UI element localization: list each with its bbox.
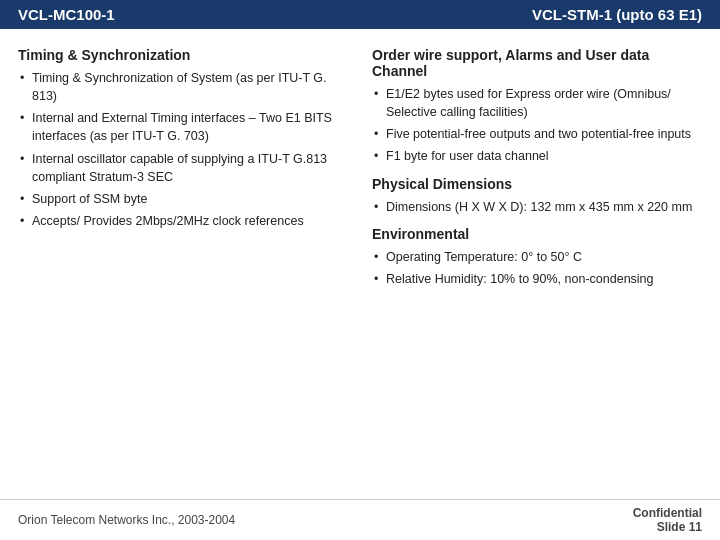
left-column: Timing & Synchronization Timing & Synchr… xyxy=(18,47,348,477)
confidential-line2: Slide 11 xyxy=(633,520,702,534)
right-bullet-list1: E1/E2 bytes used for Express order wire … xyxy=(372,85,702,166)
right-bullet-list3: Operating Temperature: 0° to 50° C Relat… xyxy=(372,248,702,288)
confidential-block: Confidential Slide 11 xyxy=(633,506,702,534)
page: VCL-MC100-1 VCL-STM-1 (upto 63 E1) Timin… xyxy=(0,0,720,540)
header-left: VCL-MC100-1 xyxy=(18,6,115,23)
list-item: Internal and External Timing interfaces … xyxy=(18,109,348,145)
list-item: Internal oscillator capable of supplying… xyxy=(18,150,348,186)
confidential-line1: Confidential xyxy=(633,506,702,520)
right-section-title3: Environmental xyxy=(372,226,702,242)
list-item: Timing & Synchronization of System (as p… xyxy=(18,69,348,105)
list-item: Support of SSM byte xyxy=(18,190,348,208)
left-bullet-list: Timing & Synchronization of System (as p… xyxy=(18,69,348,230)
right-section-title1: Order wire support, Alarms and User data… xyxy=(372,47,702,79)
left-section-title: Timing & Synchronization xyxy=(18,47,348,63)
list-item: Relative Humidity: 10% to 90%, non-conde… xyxy=(372,270,702,288)
list-item: E1/E2 bytes used for Express order wire … xyxy=(372,85,702,121)
header-bar: VCL-MC100-1 VCL-STM-1 (upto 63 E1) xyxy=(0,0,720,29)
footer-bar: Orion Telecom Networks Inc., 2003-2004 C… xyxy=(0,499,720,540)
list-item: Operating Temperature: 0° to 50° C xyxy=(372,248,702,266)
list-item: Dimensions (H X W X D): 132 mm x 435 mm … xyxy=(372,198,702,216)
content-area: Timing & Synchronization Timing & Synchr… xyxy=(0,29,720,487)
list-item: Five potential-free outputs and two pote… xyxy=(372,125,702,143)
footer-company: Orion Telecom Networks Inc., 2003-2004 xyxy=(18,513,235,527)
list-item: F1 byte for user data channel xyxy=(372,147,702,165)
right-bullet-list2: Dimensions (H X W X D): 132 mm x 435 mm … xyxy=(372,198,702,216)
right-section-title2: Physical Dimensions xyxy=(372,176,702,192)
list-item: Accepts/ Provides 2Mbps/2MHz clock refer… xyxy=(18,212,348,230)
header-right: VCL-STM-1 (upto 63 E1) xyxy=(532,6,702,23)
right-column: Order wire support, Alarms and User data… xyxy=(372,47,702,477)
